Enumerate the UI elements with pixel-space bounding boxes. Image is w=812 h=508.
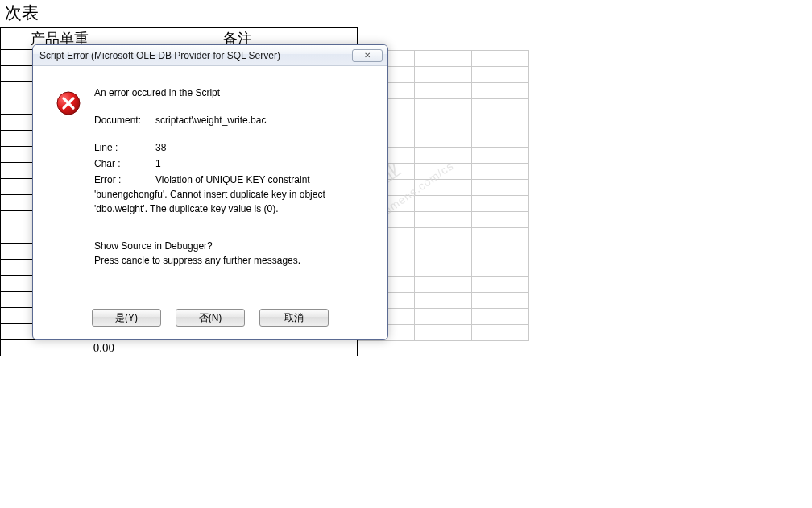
cancel-note: Press cancle to suppress any further mes… [94,253,371,268]
error-line3: 'dbo.weight'. The duplicate key value is… [94,202,371,216]
line-label: Line : [94,140,155,155]
line-value: 38 [155,140,166,155]
dialog-button-row: 是(Y) 否(N) 取消 [33,309,387,327]
script-error-dialog: Script Error (Microsoft OLE DB Provider … [32,44,388,340]
error-heading: An error occured in the Script [94,85,371,100]
char-label: Char : [94,156,155,171]
close-icon: ✕ [364,45,371,66]
error-label: Error : [94,173,155,187]
dialog-body: An error occured in the Script Document:… [33,66,387,300]
cancel-button[interactable]: 取消 [259,309,329,327]
char-value: 1 [155,156,161,171]
dialog-titlebar[interactable]: Script Error (Microsoft OLE DB Provider … [33,45,387,66]
yes-button[interactable]: 是(Y) [92,309,161,327]
document-value: scriptact\weight_write.bac [155,113,266,127]
close-button[interactable]: ✕ [352,49,383,62]
error-line1: Violation of UNIQUE KEY constraint [155,173,310,187]
data-cell[interactable] [118,340,358,356]
sheet-title: 次表 [2,2,42,26]
document-label: Document: [94,113,155,127]
data-cell[interactable]: 0.00 [1,340,118,356]
error-icon [56,90,81,116]
debugger-question: Show Source in Debugger? [94,239,371,253]
error-line2: 'bunengchongfu'. Cannot insert duplicate… [94,187,371,202]
dialog-title: Script Error (Microsoft OLE DB Provider … [39,45,352,66]
no-button[interactable]: 否(N) [176,309,245,327]
